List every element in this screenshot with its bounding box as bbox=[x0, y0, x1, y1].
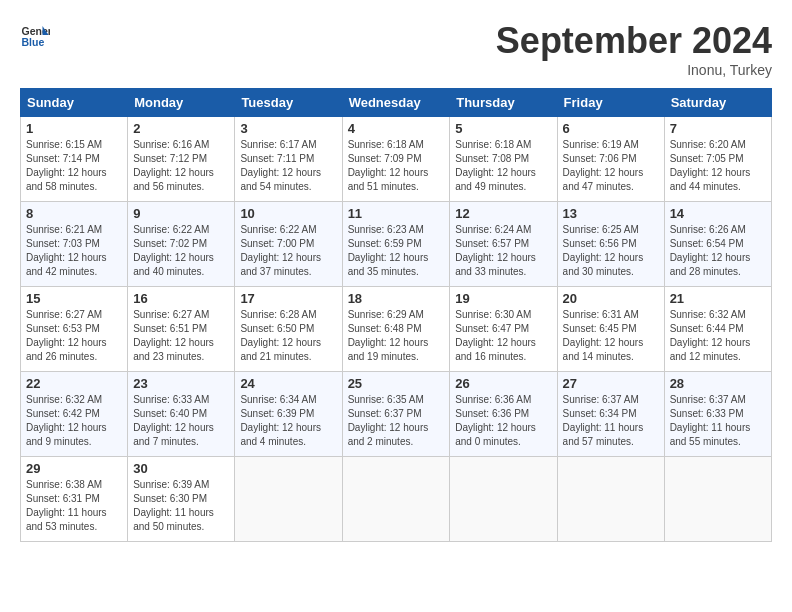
calendar-day-cell bbox=[450, 457, 557, 542]
calendar-day-cell: 10Sunrise: 6:22 AM Sunset: 7:00 PM Dayli… bbox=[235, 202, 342, 287]
calendar-day-cell: 7Sunrise: 6:20 AM Sunset: 7:05 PM Daylig… bbox=[664, 117, 771, 202]
logo-icon: General Blue bbox=[20, 20, 50, 50]
day-info: Sunrise: 6:32 AM Sunset: 6:42 PM Dayligh… bbox=[26, 393, 122, 449]
calendar-day-cell: 4Sunrise: 6:18 AM Sunset: 7:09 PM Daylig… bbox=[342, 117, 450, 202]
day-number: 23 bbox=[133, 376, 229, 391]
logo: General Blue bbox=[20, 20, 50, 50]
calendar-day-cell: 18Sunrise: 6:29 AM Sunset: 6:48 PM Dayli… bbox=[342, 287, 450, 372]
day-number: 26 bbox=[455, 376, 551, 391]
day-number: 25 bbox=[348, 376, 445, 391]
day-info: Sunrise: 6:33 AM Sunset: 6:40 PM Dayligh… bbox=[133, 393, 229, 449]
day-number: 17 bbox=[240, 291, 336, 306]
day-info: Sunrise: 6:34 AM Sunset: 6:39 PM Dayligh… bbox=[240, 393, 336, 449]
calendar-body: 1Sunrise: 6:15 AM Sunset: 7:14 PM Daylig… bbox=[21, 117, 772, 542]
day-of-week-header: Sunday bbox=[21, 89, 128, 117]
calendar-day-cell bbox=[235, 457, 342, 542]
calendar-day-cell bbox=[557, 457, 664, 542]
day-number: 12 bbox=[455, 206, 551, 221]
calendar-day-cell: 29Sunrise: 6:38 AM Sunset: 6:31 PM Dayli… bbox=[21, 457, 128, 542]
day-number: 14 bbox=[670, 206, 766, 221]
calendar-day-cell: 15Sunrise: 6:27 AM Sunset: 6:53 PM Dayli… bbox=[21, 287, 128, 372]
day-number: 15 bbox=[26, 291, 122, 306]
day-info: Sunrise: 6:18 AM Sunset: 7:09 PM Dayligh… bbox=[348, 138, 445, 194]
svg-text:Blue: Blue bbox=[22, 36, 45, 48]
title-area: September 2024 Inonu, Turkey bbox=[496, 20, 772, 78]
day-number: 28 bbox=[670, 376, 766, 391]
calendar-week-row: 22Sunrise: 6:32 AM Sunset: 6:42 PM Dayli… bbox=[21, 372, 772, 457]
day-number: 7 bbox=[670, 121, 766, 136]
calendar-day-cell: 17Sunrise: 6:28 AM Sunset: 6:50 PM Dayli… bbox=[235, 287, 342, 372]
month-title: September 2024 bbox=[496, 20, 772, 62]
calendar-day-cell: 21Sunrise: 6:32 AM Sunset: 6:44 PM Dayli… bbox=[664, 287, 771, 372]
calendar-day-cell: 8Sunrise: 6:21 AM Sunset: 7:03 PM Daylig… bbox=[21, 202, 128, 287]
calendar-table: SundayMondayTuesdayWednesdayThursdayFrid… bbox=[20, 88, 772, 542]
calendar-day-cell: 16Sunrise: 6:27 AM Sunset: 6:51 PM Dayli… bbox=[128, 287, 235, 372]
calendar-day-cell: 1Sunrise: 6:15 AM Sunset: 7:14 PM Daylig… bbox=[21, 117, 128, 202]
day-info: Sunrise: 6:22 AM Sunset: 7:02 PM Dayligh… bbox=[133, 223, 229, 279]
day-number: 5 bbox=[455, 121, 551, 136]
day-info: Sunrise: 6:30 AM Sunset: 6:47 PM Dayligh… bbox=[455, 308, 551, 364]
day-number: 10 bbox=[240, 206, 336, 221]
day-info: Sunrise: 6:16 AM Sunset: 7:12 PM Dayligh… bbox=[133, 138, 229, 194]
day-number: 4 bbox=[348, 121, 445, 136]
day-info: Sunrise: 6:15 AM Sunset: 7:14 PM Dayligh… bbox=[26, 138, 122, 194]
calendar-day-cell: 28Sunrise: 6:37 AM Sunset: 6:33 PM Dayli… bbox=[664, 372, 771, 457]
calendar-day-cell bbox=[664, 457, 771, 542]
day-info: Sunrise: 6:20 AM Sunset: 7:05 PM Dayligh… bbox=[670, 138, 766, 194]
day-info: Sunrise: 6:24 AM Sunset: 6:57 PM Dayligh… bbox=[455, 223, 551, 279]
calendar-week-row: 1Sunrise: 6:15 AM Sunset: 7:14 PM Daylig… bbox=[21, 117, 772, 202]
calendar-day-cell: 2Sunrise: 6:16 AM Sunset: 7:12 PM Daylig… bbox=[128, 117, 235, 202]
day-of-week-header: Tuesday bbox=[235, 89, 342, 117]
day-info: Sunrise: 6:26 AM Sunset: 6:54 PM Dayligh… bbox=[670, 223, 766, 279]
calendar-day-cell: 6Sunrise: 6:19 AM Sunset: 7:06 PM Daylig… bbox=[557, 117, 664, 202]
day-number: 6 bbox=[563, 121, 659, 136]
day-number: 22 bbox=[26, 376, 122, 391]
calendar-day-cell: 27Sunrise: 6:37 AM Sunset: 6:34 PM Dayli… bbox=[557, 372, 664, 457]
day-number: 30 bbox=[133, 461, 229, 476]
day-info: Sunrise: 6:37 AM Sunset: 6:34 PM Dayligh… bbox=[563, 393, 659, 449]
day-info: Sunrise: 6:32 AM Sunset: 6:44 PM Dayligh… bbox=[670, 308, 766, 364]
calendar-day-cell: 9Sunrise: 6:22 AM Sunset: 7:02 PM Daylig… bbox=[128, 202, 235, 287]
header: General Blue September 2024 Inonu, Turke… bbox=[20, 20, 772, 78]
day-number: 16 bbox=[133, 291, 229, 306]
day-of-week-header: Monday bbox=[128, 89, 235, 117]
calendar-day-cell: 19Sunrise: 6:30 AM Sunset: 6:47 PM Dayli… bbox=[450, 287, 557, 372]
day-number: 19 bbox=[455, 291, 551, 306]
day-info: Sunrise: 6:25 AM Sunset: 6:56 PM Dayligh… bbox=[563, 223, 659, 279]
calendar-day-cell: 3Sunrise: 6:17 AM Sunset: 7:11 PM Daylig… bbox=[235, 117, 342, 202]
day-info: Sunrise: 6:23 AM Sunset: 6:59 PM Dayligh… bbox=[348, 223, 445, 279]
day-info: Sunrise: 6:31 AM Sunset: 6:45 PM Dayligh… bbox=[563, 308, 659, 364]
day-info: Sunrise: 6:18 AM Sunset: 7:08 PM Dayligh… bbox=[455, 138, 551, 194]
day-number: 24 bbox=[240, 376, 336, 391]
day-info: Sunrise: 6:35 AM Sunset: 6:37 PM Dayligh… bbox=[348, 393, 445, 449]
day-number: 2 bbox=[133, 121, 229, 136]
calendar-day-cell: 30Sunrise: 6:39 AM Sunset: 6:30 PM Dayli… bbox=[128, 457, 235, 542]
day-info: Sunrise: 6:19 AM Sunset: 7:06 PM Dayligh… bbox=[563, 138, 659, 194]
day-number: 18 bbox=[348, 291, 445, 306]
calendar-week-row: 8Sunrise: 6:21 AM Sunset: 7:03 PM Daylig… bbox=[21, 202, 772, 287]
day-info: Sunrise: 6:27 AM Sunset: 6:51 PM Dayligh… bbox=[133, 308, 229, 364]
day-of-week-header: Saturday bbox=[664, 89, 771, 117]
calendar-day-cell: 5Sunrise: 6:18 AM Sunset: 7:08 PM Daylig… bbox=[450, 117, 557, 202]
day-info: Sunrise: 6:36 AM Sunset: 6:36 PM Dayligh… bbox=[455, 393, 551, 449]
day-number: 3 bbox=[240, 121, 336, 136]
calendar-header-row: SundayMondayTuesdayWednesdayThursdayFrid… bbox=[21, 89, 772, 117]
calendar-day-cell: 26Sunrise: 6:36 AM Sunset: 6:36 PM Dayli… bbox=[450, 372, 557, 457]
calendar-week-row: 29Sunrise: 6:38 AM Sunset: 6:31 PM Dayli… bbox=[21, 457, 772, 542]
day-info: Sunrise: 6:22 AM Sunset: 7:00 PM Dayligh… bbox=[240, 223, 336, 279]
day-number: 27 bbox=[563, 376, 659, 391]
day-info: Sunrise: 6:28 AM Sunset: 6:50 PM Dayligh… bbox=[240, 308, 336, 364]
day-info: Sunrise: 6:27 AM Sunset: 6:53 PM Dayligh… bbox=[26, 308, 122, 364]
calendar-day-cell: 24Sunrise: 6:34 AM Sunset: 6:39 PM Dayli… bbox=[235, 372, 342, 457]
day-info: Sunrise: 6:21 AM Sunset: 7:03 PM Dayligh… bbox=[26, 223, 122, 279]
day-number: 20 bbox=[563, 291, 659, 306]
calendar-day-cell: 23Sunrise: 6:33 AM Sunset: 6:40 PM Dayli… bbox=[128, 372, 235, 457]
day-info: Sunrise: 6:29 AM Sunset: 6:48 PM Dayligh… bbox=[348, 308, 445, 364]
calendar-day-cell: 12Sunrise: 6:24 AM Sunset: 6:57 PM Dayli… bbox=[450, 202, 557, 287]
day-number: 1 bbox=[26, 121, 122, 136]
day-info: Sunrise: 6:17 AM Sunset: 7:11 PM Dayligh… bbox=[240, 138, 336, 194]
day-number: 9 bbox=[133, 206, 229, 221]
day-info: Sunrise: 6:39 AM Sunset: 6:30 PM Dayligh… bbox=[133, 478, 229, 534]
calendar-day-cell: 22Sunrise: 6:32 AM Sunset: 6:42 PM Dayli… bbox=[21, 372, 128, 457]
day-info: Sunrise: 6:37 AM Sunset: 6:33 PM Dayligh… bbox=[670, 393, 766, 449]
